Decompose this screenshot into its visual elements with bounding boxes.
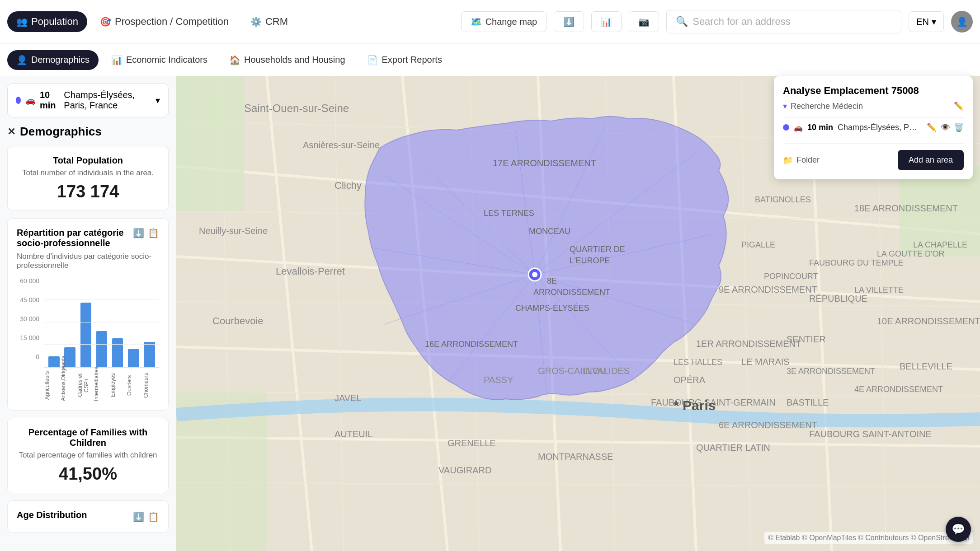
download-chart-button[interactable]: ⬇️ — [133, 228, 144, 238]
chat-bubble[interactable]: 💬 — [946, 517, 971, 542]
svg-text:VAUGIRARD: VAUGIRARD — [438, 465, 491, 475]
svg-text:MONTPARNASSE: MONTPARNASSE — [538, 452, 613, 462]
avatar-icon: 👤 — [956, 16, 968, 27]
svg-text:MONCEAU: MONCEAU — [529, 227, 570, 236]
panel-bottom: 📁 Folder Add an area — [783, 143, 964, 170]
bar-chart: 60 000 45 000 30 000 15 000 0 — [17, 277, 159, 401]
svg-text:Asnières-sur-Seine: Asnières-sur-Seine — [303, 140, 380, 150]
x-label-artisans: Artisans,Dirigeants — [60, 369, 76, 401]
bar-intermediaires — [94, 277, 109, 367]
location-dot — [16, 97, 21, 104]
bar-artisans — [62, 277, 78, 367]
delete-area-button[interactable]: 🗑️ — [954, 122, 964, 132]
tab-households[interactable]: 🏠 Households and Housing — [220, 50, 354, 70]
export-icon: 📄 — [367, 55, 378, 65]
total-population-card: Total Population Total number of individ… — [7, 146, 169, 211]
svg-text:PIGALLE: PIGALLE — [741, 240, 775, 249]
nav-right: 🗺️ Change map ⬇️ 📊 📷 🔍 Search for an add… — [461, 10, 973, 33]
svg-text:8E: 8E — [547, 276, 557, 285]
tab-export[interactable]: 📄 Export Reports — [358, 50, 451, 70]
svg-text:GRENELLE: GRENELLE — [448, 438, 496, 448]
edit-area-button[interactable]: ✏️ — [927, 122, 937, 132]
car-icon: 🚗 — [25, 95, 35, 105]
area-car-icon: 🚗 — [794, 123, 803, 132]
svg-rect-21 — [176, 76, 244, 211]
camera-button[interactable]: 📷 — [629, 11, 659, 32]
svg-text:L'EUROPE: L'EUROPE — [570, 256, 610, 265]
panel-subtitle: ▾ Recherche Médecin ✏️ — [783, 101, 964, 111]
bar-ouvriers — [126, 277, 141, 367]
svg-text:QUARTIER LATIN: QUARTIER LATIN — [696, 443, 770, 453]
area-row: 🚗 10 min Champs-Élysées, P… ✏️ 👁️ 🗑️ — [783, 117, 964, 137]
change-map-button[interactable]: 🗺️ Change map — [461, 11, 547, 32]
svg-text:Clichy: Clichy — [335, 180, 362, 191]
tab-economic[interactable]: 📊 Economic Indicators — [102, 50, 217, 70]
add-area-button[interactable]: Add an area — [898, 150, 964, 170]
right-panel: Analyse Emplacement 75008 ▾ Recherche Mé… — [774, 76, 973, 179]
svg-text:BATIGNOLLES: BATIGNOLLES — [755, 195, 811, 204]
svg-text:17E ARRONDISSEMENT: 17E ARRONDISSEMENT — [493, 158, 596, 168]
edit-icon[interactable]: ✏️ — [954, 101, 964, 111]
x-label-ouvriers: Ouvriers — [126, 369, 142, 401]
svg-text:4E ARRONDISSEMENT: 4E ARRONDISSEMENT — [854, 385, 943, 394]
economic-icon: 📊 — [111, 55, 122, 65]
chevron-down-icon: ▾ — [155, 95, 160, 106]
search-bar[interactable]: 🔍 Search for an address — [666, 10, 901, 33]
copy-age-button[interactable]: 📋 — [148, 511, 159, 522]
panel-title: ✕ Demographics — [7, 125, 169, 139]
chart-actions: ⬇️ 📋 — [133, 228, 159, 238]
svg-text:Neuilly-sur-Seine: Neuilly-sur-Seine — [199, 226, 268, 236]
x-label-employes: Employés — [110, 369, 126, 401]
svg-text:3E ARRONDISSEMENT: 3E ARRONDISSEMENT — [787, 367, 875, 376]
stats-button[interactable]: 📊 — [591, 11, 622, 32]
bar-agriculteurs — [46, 277, 62, 367]
bar-employes — [110, 277, 126, 367]
tab-demographics[interactable]: 👤 Demographics — [7, 50, 99, 70]
chevron-down-icon: ▾ — [932, 16, 936, 27]
svg-text:JAVEL: JAVEL — [335, 393, 362, 403]
svg-text:LES HALLES: LES HALLES — [674, 358, 722, 367]
view-area-button[interactable]: 👁️ — [940, 122, 950, 132]
language-button[interactable]: EN ▾ — [909, 11, 944, 32]
download-age-button[interactable]: ⬇️ — [133, 511, 144, 522]
bar-cadres — [78, 277, 94, 367]
download-button[interactable]: ⬇️ — [554, 11, 584, 32]
svg-text:PASSY: PASSY — [484, 375, 513, 385]
svg-text:10E ARRONDISSEMENT: 10E ARRONDISSEMENT — [877, 316, 980, 326]
svg-text:POPINCOURT: POPINCOURT — [764, 272, 818, 281]
avatar-button[interactable]: 👤 — [951, 11, 973, 33]
copy-chart-button[interactable]: 📋 — [148, 228, 159, 238]
x-label-chomeurs: Chômeurs — [143, 369, 159, 401]
svg-text:BELLEVILLE: BELLEVILLE — [900, 361, 952, 371]
folder-button[interactable]: 📁 Folder — [783, 155, 820, 165]
svg-text:Saint-Ouen-sur-Seine: Saint-Ouen-sur-Seine — [244, 102, 349, 114]
demographics-panel: ✕ Demographics Total Population Total nu… — [7, 125, 169, 532]
sidebar: 🚗 10 min Champs-Élysées, Paris, France ▾… — [0, 76, 176, 551]
svg-text:FAUBOURG DU TEMPLE: FAUBOURG DU TEMPLE — [809, 258, 904, 267]
download-icon: ⬇️ — [563, 16, 575, 27]
svg-text:CHAMPS-ÉLYSÉES: CHAMPS-ÉLYSÉES — [515, 304, 589, 313]
x-label-agriculteurs: Agriculteurs — [44, 369, 60, 401]
second-nav: 👤 Demographics 📊 Economic Indicators 🏠 H… — [0, 43, 980, 76]
nav-prospection[interactable]: 🎯 Prospection / Competition — [91, 11, 238, 32]
close-button[interactable]: ✕ — [7, 126, 15, 138]
nav-population[interactable]: 👥 Population — [7, 11, 87, 32]
area-dot — [783, 124, 789, 131]
area-actions: ✏️ 👁️ 🗑️ — [927, 122, 964, 132]
map-icon: 🗺️ — [471, 16, 482, 27]
svg-text:QUARTIER DE: QUARTIER DE — [570, 245, 625, 254]
chart-header: Répartition par catégorie socio-professi… — [17, 228, 159, 248]
svg-text:FAUBOURG SAINT-ANTOINE: FAUBOURG SAINT-ANTOINE — [809, 429, 932, 439]
location-selector[interactable]: 🚗 10 min Champs-Élysées, Paris, France ▾ — [7, 83, 169, 117]
svg-text:LA VILLETTE: LA VILLETTE — [854, 285, 904, 294]
svg-text:ARRONDISSEMENT: ARRONDISSEMENT — [533, 288, 610, 297]
svg-text:OPÉRA: OPÉRA — [674, 375, 706, 385]
top-nav: 👥 Population 🎯 Prospection / Competition… — [0, 0, 980, 43]
svg-text:6E ARRONDISSEMENT: 6E ARRONDISSEMENT — [719, 420, 817, 430]
crm-icon: ⚙️ — [250, 16, 262, 27]
svg-text:RÉPUBLIQUE: RÉPUBLIQUE — [809, 294, 867, 304]
nav-crm[interactable]: ⚙️ CRM — [241, 11, 297, 32]
svg-text:Courbevoie: Courbevoie — [212, 315, 264, 327]
x-label-intermediaires: Intermédiaires — [93, 369, 109, 401]
search-icon: 🔍 — [676, 16, 688, 28]
